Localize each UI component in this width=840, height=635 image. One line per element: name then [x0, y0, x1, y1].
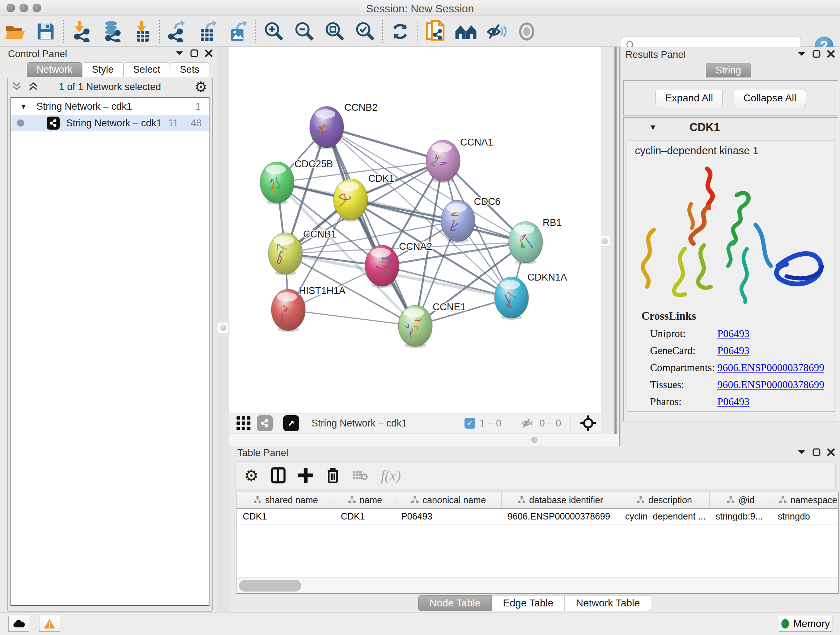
column-header[interactable]: namespace — [772, 492, 838, 508]
network-node[interactable]: CDC6 — [441, 196, 501, 243]
tab-select[interactable]: Select — [123, 62, 170, 77]
column-header[interactable]: @id — [710, 492, 772, 508]
table-header-row: shared namenamecanonical namedatabase id… — [237, 492, 838, 509]
node-label: CCNB1 — [303, 229, 336, 240]
columns-icon[interactable] — [271, 467, 286, 484]
edge-count: 48 — [191, 118, 202, 129]
export-table-icon — [197, 21, 218, 42]
zoom-selected-button[interactable] — [349, 19, 380, 44]
string-import-button[interactable] — [420, 19, 451, 44]
memory-status-button[interactable]: Memory — [779, 616, 832, 632]
close-panel-icon[interactable] — [205, 49, 213, 57]
column-header[interactable]: name — [335, 492, 395, 508]
node-label: CCNB2 — [344, 102, 378, 113]
network-node[interactable]: CCNE1 — [398, 302, 466, 348]
save-session-button[interactable] — [30, 19, 61, 44]
gene-expander-icon[interactable]: ▼ — [649, 123, 657, 132]
network-collection-row[interactable]: ▼ String Network – cdk1 1 — [11, 98, 209, 115]
bottom-splitter-handle[interactable] — [531, 437, 538, 443]
open-session-button[interactable] — [0, 19, 30, 44]
external-link-icon — [286, 418, 296, 428]
float-panel-icon[interactable] — [175, 50, 184, 56]
hide-glass-button[interactable] — [481, 19, 512, 44]
float-panel-icon[interactable] — [797, 449, 806, 455]
table-row[interactable]: CDK1CDK1P064939606.ENSP00000378699cyclin… — [237, 509, 838, 524]
export-network-button[interactable] — [162, 19, 193, 44]
network-node[interactable]: CDK1 — [333, 173, 394, 222]
export-table-button[interactable] — [193, 19, 223, 44]
network-view-bar: String Network – cdk1 ✓ 1 – 0 0 – 0 — [229, 413, 601, 433]
tree-expander-icon[interactable]: ▼ — [20, 103, 27, 111]
column-header[interactable]: description — [619, 492, 710, 508]
column-header[interactable]: shared name — [237, 492, 335, 508]
tissues-link[interactable]: 9606.ENSP00000378699 — [717, 379, 824, 391]
show-glass-button[interactable] — [512, 19, 542, 44]
tab-sets[interactable]: Sets — [170, 62, 209, 77]
apply-layout-button[interactable] — [385, 19, 415, 44]
uniprot-link[interactable]: P06493 — [717, 328, 750, 340]
network-graph[interactable]: CCNB2CCNA1CDC25BCDK1CDC6RB1CCNB1CCNA2CDK… — [229, 47, 601, 413]
node-label: CDKN1A — [527, 272, 567, 283]
network-node[interactable]: CDKN1A — [494, 272, 567, 320]
node-table[interactable]: shared namenamecanonical namedatabase id… — [237, 492, 838, 594]
table-settings-gear-icon[interactable]: ⚙ — [244, 466, 258, 485]
zoom-out-button[interactable] — [289, 19, 319, 44]
network-canvas[interactable]: CCNB2CCNA1CDC25BCDK1CDC6RB1CCNB1CCNA2CDK… — [229, 47, 601, 413]
maximize-panel-icon[interactable] — [190, 49, 198, 57]
collapse-all-button[interactable]: Collapse All — [734, 89, 806, 107]
network-node[interactable]: CCNB1 — [268, 229, 336, 276]
crosslink-label: Compartments: — [650, 362, 717, 374]
detach-view-button[interactable] — [283, 415, 299, 431]
node-label: CCNA1 — [460, 137, 493, 148]
left-splitter-handle[interactable] — [218, 322, 229, 333]
tab-network-table[interactable]: Network Table — [565, 595, 651, 611]
add-column-icon[interactable] — [298, 468, 313, 483]
selected-checkbox-icon[interactable]: ✓ — [464, 418, 475, 429]
cytoscape-window: Session: New Session — [0, 0, 840, 635]
tab-node-table[interactable]: Node Table — [418, 595, 492, 611]
maximize-panel-icon[interactable] — [813, 50, 821, 58]
memory-label: Memory — [793, 618, 830, 630]
network-share-icon — [47, 117, 60, 130]
zoom-fit-button[interactable] — [319, 19, 349, 44]
warning-status-button[interactable] — [39, 616, 60, 632]
close-panel-icon[interactable] — [827, 448, 835, 456]
network-options-gear-icon[interactable]: ⚙ — [194, 79, 207, 95]
birdseye-crosshair-icon[interactable] — [580, 415, 596, 431]
network-share-view-button[interactable] — [257, 415, 273, 431]
scrollbar-thumb[interactable] — [239, 580, 302, 592]
horizontal-scrollbar[interactable] — [237, 578, 838, 593]
tab-edge-table[interactable]: Edge Table — [492, 595, 565, 611]
right-splitter[interactable] — [614, 47, 617, 446]
network-node[interactable]: HIST1H1A — [271, 285, 346, 332]
column-label: shared name — [265, 495, 318, 505]
export-image-button[interactable] — [223, 19, 253, 44]
network-edge[interactable] — [288, 310, 415, 326]
tab-style[interactable]: Style — [82, 62, 123, 77]
cloud-status-button[interactable] — [8, 616, 29, 632]
crosslink-row: GeneCard:P06493 — [650, 345, 835, 356]
compartments-link[interactable]: 9606.ENSP00000378699 — [717, 362, 824, 374]
crosslink-row: P06493Pharos:P06493 — [650, 396, 835, 408]
float-panel-icon[interactable] — [797, 51, 806, 57]
import-network-file-button[interactable] — [66, 19, 96, 44]
zoom-in-button[interactable] — [258, 19, 289, 44]
delete-column-icon[interactable] — [325, 467, 340, 484]
maximize-panel-icon[interactable] — [813, 448, 821, 456]
tab-network[interactable]: Network — [27, 62, 82, 77]
import-table-file-button[interactable] — [126, 19, 157, 44]
string-home-button[interactable] — [451, 19, 481, 44]
tab-string[interactable]: String — [706, 63, 751, 78]
genecard-link[interactable]: P06493 — [717, 345, 750, 356]
pharos-link[interactable]: P06493 — [717, 396, 750, 408]
network-row-selected[interactable]: String Network – cdk1 11 48 — [11, 115, 209, 131]
column-header[interactable]: database identifier — [502, 492, 619, 508]
zoom-fit-icon — [324, 21, 344, 42]
close-panel-icon[interactable] — [827, 50, 835, 58]
expand-all-button[interactable]: Expand All — [655, 89, 723, 107]
column-header[interactable]: canonical name — [395, 492, 502, 508]
grid-view-icon[interactable] — [236, 416, 251, 431]
houses-icon — [455, 22, 477, 41]
network-node[interactable]: RB1 — [508, 217, 562, 264]
import-network-database-button[interactable] — [96, 19, 126, 44]
